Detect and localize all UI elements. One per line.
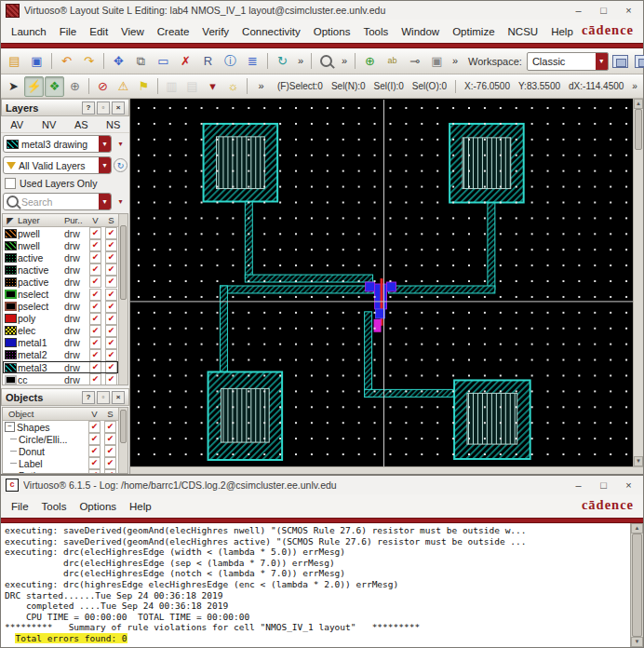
hint-bulb-button[interactable]: ☼ — [223, 76, 243, 97]
save-button[interactable]: ▣ — [26, 51, 47, 72]
layer-row-active[interactable]: activedrw✔✔ — [3, 251, 118, 263]
layer-row-metal2[interactable]: metal2drw✔✔ — [3, 349, 118, 361]
measure-button[interactable]: ab — [382, 51, 403, 72]
scrollbar-thumb[interactable] — [120, 225, 127, 300]
col-purpose[interactable]: Pur.. — [64, 215, 87, 225]
layer-row-nselect[interactable]: nselectdrw✔✔ — [3, 288, 118, 300]
select-mode-button[interactable]: ➤ — [4, 76, 23, 97]
tool-dropdown-button[interactable]: ▾ — [203, 76, 222, 97]
menu-create[interactable]: Create — [151, 23, 196, 40]
layer-row-metal3[interactable]: metal3drw✔✔ — [3, 361, 118, 373]
object-row-path[interactable]: Path✔✔ — [3, 469, 118, 473]
col-selectable[interactable]: S — [102, 409, 118, 419]
log-scrollbar[interactable]: ▲ ▼ — [630, 523, 643, 647]
marker-button[interactable]: ⚑ — [134, 76, 154, 97]
layer-row-elec[interactable]: elecdrw✔✔ — [3, 325, 118, 337]
visible-checkbox[interactable]: ✔ — [89, 227, 101, 239]
scroll-up-icon[interactable]: ▲ — [634, 99, 643, 109]
col-layer[interactable]: Layer — [18, 215, 64, 225]
objects-panel-header[interactable]: Objects ? ▫ × — [1, 388, 129, 406]
maximize-icon[interactable]: □ — [591, 478, 616, 493]
scroll-down-icon[interactable]: ▼ — [631, 637, 643, 647]
visible-checkbox[interactable]: ✔ — [89, 361, 101, 373]
close-icon[interactable]: × — [112, 101, 125, 115]
query-info-button[interactable]: ⓘ — [220, 51, 241, 72]
layer-filter-select[interactable]: All Valid Layers ▾ — [3, 156, 112, 174]
visible-checkbox[interactable]: ✔ — [89, 373, 101, 385]
close-icon[interactable]: × — [112, 391, 125, 404]
scroll-up-icon[interactable]: ▲ — [631, 523, 643, 533]
selectable-checkbox[interactable]: ✔ — [104, 445, 116, 457]
delete-button[interactable]: ✗ — [175, 51, 196, 72]
chevron-down-icon[interactable]: ▾ — [99, 136, 111, 152]
collapse-icon[interactable]: − — [5, 422, 15, 432]
visible-checkbox[interactable]: ✔ — [89, 325, 101, 337]
menu-view[interactable]: View — [114, 23, 151, 40]
help-icon[interactable]: ? — [82, 101, 95, 115]
toolbar-overflow-1[interactable]: » — [294, 51, 307, 72]
toolbar-overflow-3[interactable]: » — [449, 51, 462, 72]
col-visible[interactable]: V — [87, 215, 103, 225]
log-menu-tools[interactable]: Tools — [35, 498, 74, 515]
object-row-circle-elli-[interactable]: Circle/Elli...✔✔ — [3, 433, 118, 445]
layers-panel-header[interactable]: Layers ? ▫ × — [1, 99, 129, 116]
selectable-checkbox[interactable]: ✔ — [105, 227, 117, 239]
close-icon[interactable]: × — [616, 478, 641, 493]
move-button[interactable]: ✥ — [108, 51, 129, 72]
menu-file[interactable]: File — [53, 23, 84, 40]
status-overflow-icon[interactable]: » — [632, 81, 637, 91]
workspace-select[interactable]: Classic ▾ — [527, 52, 609, 71]
selectable-checkbox[interactable]: ✔ — [105, 263, 117, 276]
log-menu-help[interactable]: Help — [123, 498, 158, 515]
layer-search-input[interactable]: Search ▾ — [3, 193, 112, 210]
redo-button[interactable]: ↷ — [78, 51, 100, 72]
selectable-checkbox[interactable]: ✔ — [105, 373, 117, 385]
layers-tab-ns[interactable]: NS — [98, 119, 130, 130]
layers-tab-nv[interactable]: NV — [34, 119, 66, 130]
canvas-vscrollbar[interactable]: ▲ ▼ — [633, 99, 643, 466]
menu-ncsu[interactable]: NCSU — [502, 23, 545, 40]
open-button[interactable]: ▤ — [4, 51, 25, 72]
undo-button[interactable]: ↶ — [56, 51, 77, 72]
layer-row-pselect[interactable]: pselectdrw✔✔ — [3, 301, 118, 313]
visible-checkbox[interactable]: ✔ — [88, 457, 101, 469]
used-layers-checkbox[interactable] — [5, 178, 16, 189]
layer-row-poly[interactable]: polydrw✔✔ — [3, 313, 118, 325]
selectable-checkbox[interactable]: ✔ — [104, 469, 116, 473]
visible-checkbox[interactable]: ✔ — [89, 313, 101, 325]
visible-checkbox[interactable]: ✔ — [88, 469, 101, 473]
toolbar-overflow-4[interactable]: » — [251, 76, 271, 97]
main-titlebar[interactable]: Virtuoso® Layout Suite L Editing: lab4 N… — [1, 1, 643, 20]
col-object[interactable]: Object — [3, 409, 87, 419]
scrollbar-thumb[interactable] — [120, 410, 127, 443]
layout-canvas[interactable] — [130, 99, 633, 472]
filter-refresh-button[interactable]: ↻ — [114, 158, 127, 172]
attach-button[interactable]: ⊸ — [404, 51, 425, 72]
object-row-donut[interactable]: Donut✔✔ — [3, 445, 118, 457]
visible-checkbox[interactable]: ✔ — [89, 251, 101, 263]
sort-icon[interactable]: ◤ — [3, 215, 18, 225]
selectable-checkbox[interactable]: ✔ — [105, 289, 117, 301]
paste-button[interactable]: ▣ — [426, 51, 448, 72]
search-more-button[interactable]: ▾ — [114, 195, 127, 209]
selectable-checkbox[interactable]: ✔ — [105, 301, 117, 313]
selectable-checkbox[interactable]: ✔ — [105, 325, 117, 337]
rotate-button[interactable]: ↻ — [272, 51, 293, 72]
selectable-checkbox[interactable]: ✔ — [105, 349, 117, 361]
maximize-icon[interactable]: □ — [591, 3, 616, 19]
visible-checkbox[interactable]: ✔ — [88, 433, 101, 445]
hierarchy-button[interactable]: ❖ — [45, 76, 64, 97]
canvas-hscrollbar[interactable] — [130, 466, 643, 474]
menu-help[interactable]: Help — [544, 23, 580, 40]
selectable-checkbox[interactable]: ✔ — [104, 421, 116, 433]
log-titlebar[interactable]: c Virtuoso® 6.1.5 - Log: /home/barrc1/CD… — [1, 476, 643, 494]
copy-button[interactable]: ⧉ — [130, 51, 152, 72]
visible-checkbox[interactable]: ✔ — [89, 301, 101, 313]
minimize-icon[interactable]: – — [566, 3, 591, 19]
float-icon[interactable]: ▫ — [97, 101, 110, 115]
wire-edit-button[interactable]: ⚡ — [24, 76, 44, 97]
visible-checkbox[interactable]: ✔ — [88, 421, 101, 433]
object-row-label[interactable]: Label✔✔ — [3, 457, 118, 469]
chevron-down-icon[interactable]: ▾ — [99, 157, 111, 173]
layers-scrollbar[interactable] — [118, 214, 127, 385]
